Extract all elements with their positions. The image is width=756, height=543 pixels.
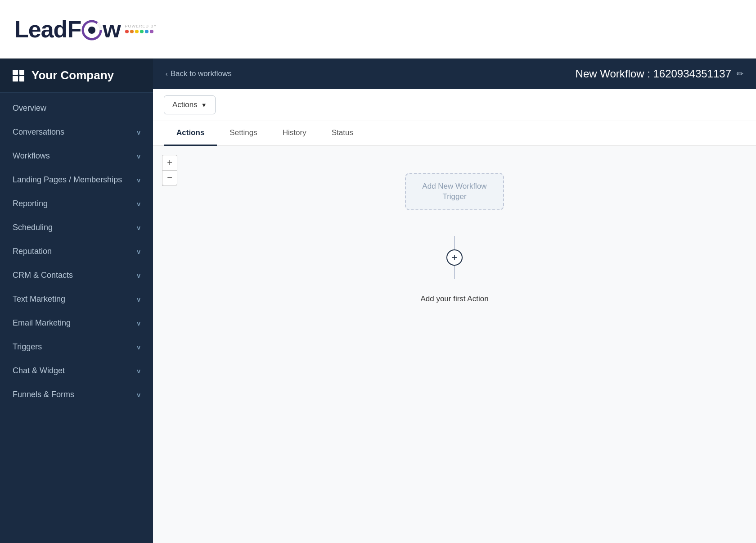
sidebar-company-header[interactable]: Your Company (0, 59, 153, 93)
back-to-workflows-link[interactable]: ‹ Back to workflows (166, 69, 232, 78)
chevron-icon: v (137, 391, 140, 398)
add-new-workflow-trigger-button[interactable]: Add New Workflow Trigger (405, 173, 504, 211)
dot-green (140, 30, 144, 33)
tab-settings-label: Settings (230, 128, 257, 137)
sidebar: Your Company Overview Conversations v Wo… (0, 59, 153, 543)
workflow-title-text: New Workflow : 1620934351137 (576, 68, 731, 80)
tab-actions[interactable]: Actions (164, 121, 217, 146)
connector-line-bottom (454, 266, 455, 279)
connector-line-top (454, 236, 455, 249)
chevron-icon: v (137, 272, 140, 279)
sidebar-item-reputation[interactable]: Reputation v (0, 240, 153, 263)
grid-sq-2 (19, 70, 25, 75)
zoom-in-label: + (167, 158, 172, 168)
chevron-icon: v (137, 296, 140, 303)
sidebar-item-crm-contacts[interactable]: CRM & Contacts v (0, 263, 153, 287)
zoom-controls: + − (162, 155, 177, 186)
workflow-canvas: + − 100% Add New Workflow Trigger + (153, 146, 756, 543)
sidebar-item-landing-pages-memberships[interactable]: Landing Pages / Memberships v (0, 168, 153, 192)
sidebar-item-scheduling[interactable]: Scheduling v (0, 216, 153, 240)
content-header: ‹ Back to workflows New Workflow : 16209… (153, 59, 756, 89)
sidebar-item-overview[interactable]: Overview (0, 96, 153, 120)
actions-chevron-icon: ▼ (201, 102, 207, 109)
chevron-icon: v (137, 320, 140, 327)
tab-status-label: Status (332, 128, 353, 137)
zoom-out-label: − (167, 172, 172, 183)
grid-sq-4 (19, 76, 25, 81)
workflow-connector: + (446, 236, 463, 279)
first-action-label: Add your first Action (420, 294, 488, 303)
chevron-icon: v (137, 129, 140, 136)
company-name: Your Company (32, 68, 114, 82)
logo-o-svg (81, 18, 103, 41)
edit-icon[interactable]: ✏ (737, 69, 743, 79)
svg-point-1 (88, 27, 95, 34)
logo-o-wrapper (81, 18, 103, 41)
plus-icon: + (452, 252, 458, 263)
logo-bar: Lead F w POWERED BY (0, 0, 756, 59)
dot-blue (145, 30, 148, 33)
toolbar: Actions ▼ (153, 89, 756, 121)
sidebar-item-workflows[interactable]: Workflows v (0, 144, 153, 168)
actions-button-label: Actions (172, 100, 198, 109)
add-action-text: Add your first Action (420, 294, 488, 303)
content-area: ‹ Back to workflows New Workflow : 16209… (153, 59, 756, 543)
chevron-icon: v (137, 344, 140, 351)
chevron-icon: v (137, 176, 140, 184)
chevron-icon: v (137, 200, 140, 208)
logo-text: Lead (14, 18, 67, 41)
sidebar-item-reporting[interactable]: Reporting v (0, 192, 153, 216)
chevron-icon: v (137, 367, 140, 375)
tab-settings[interactable]: Settings (217, 121, 270, 146)
powered-dots (125, 30, 153, 33)
dot-yellow (135, 30, 139, 33)
tab-history-label: History (283, 128, 306, 137)
logo-w: w (103, 18, 120, 41)
workflow-title: New Workflow : 1620934351137 ✏ (576, 68, 743, 80)
sidebar-item-text-marketing[interactable]: Text Marketing v (0, 287, 153, 311)
chevron-icon: v (137, 153, 140, 160)
dot-orange (130, 30, 134, 33)
logo: Lead F w POWERED BY (14, 18, 157, 41)
chevron-icon: v (137, 224, 140, 231)
logo-f: F (67, 18, 81, 41)
sidebar-item-triggers[interactable]: Triggers v (0, 335, 153, 359)
sidebar-item-chat-widget[interactable]: Chat & Widget v (0, 359, 153, 383)
dot-purple (150, 30, 153, 33)
back-link-label: Back to workflows (171, 69, 232, 78)
chevron-icon: v (137, 248, 140, 255)
powered-by-text: POWERED BY (125, 24, 157, 28)
sidebar-nav: Overview Conversations v Workflows v Lan… (0, 93, 153, 543)
grid-icon (13, 70, 24, 81)
actions-dropdown-button[interactable]: Actions ▼ (164, 95, 216, 114)
zoom-in-button[interactable]: + (162, 155, 177, 170)
main-layout: Your Company Overview Conversations v Wo… (0, 59, 756, 543)
sidebar-item-conversations[interactable]: Conversations v (0, 120, 153, 144)
grid-sq-1 (13, 70, 18, 75)
sidebar-item-email-marketing[interactable]: Email Marketing v (0, 311, 153, 335)
zoom-out-button[interactable]: − (162, 170, 177, 186)
grid-sq-3 (13, 76, 18, 81)
powered-by: POWERED BY (125, 24, 157, 34)
trigger-box-label: Add New Workflow Trigger (413, 181, 496, 203)
tab-history[interactable]: History (270, 121, 319, 146)
back-chevron-icon: ‹ (166, 70, 168, 77)
add-action-button[interactable]: + (446, 249, 463, 266)
trigger-node: Add New Workflow Trigger (405, 173, 504, 211)
tabs-bar: Actions Settings History Status (153, 121, 756, 146)
tab-actions-label: Actions (176, 128, 204, 137)
dot-red (125, 30, 129, 33)
tab-status[interactable]: Status (319, 121, 366, 146)
sidebar-item-funnels-forms[interactable]: Funnels & Forms v (0, 383, 153, 407)
